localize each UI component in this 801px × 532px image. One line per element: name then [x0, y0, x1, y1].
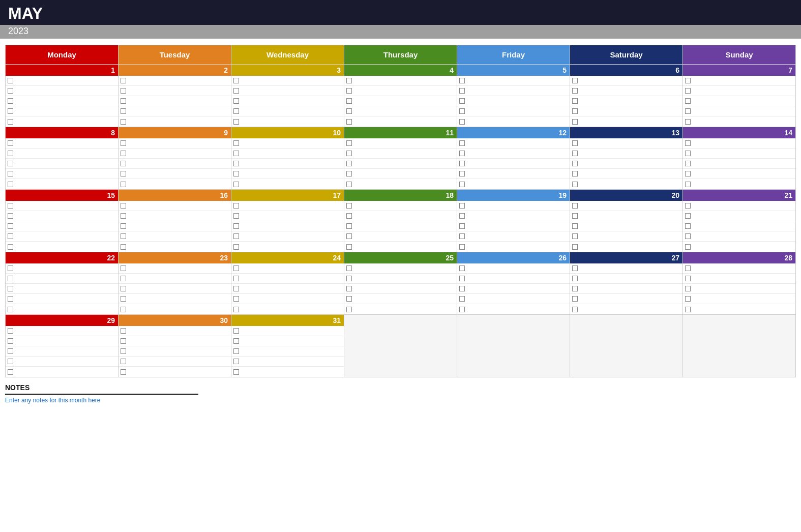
task-checkbox[interactable]: [572, 276, 578, 281]
task-checkbox[interactable]: [121, 328, 126, 334]
task-checkbox[interactable]: [346, 296, 352, 302]
task-row[interactable]: [570, 231, 683, 242]
task-row[interactable]: [231, 231, 344, 242]
task-checkbox[interactable]: [233, 223, 239, 229]
task-checkbox[interactable]: [685, 286, 691, 291]
task-checkbox[interactable]: [459, 182, 465, 187]
task-checkbox[interactable]: [8, 307, 13, 312]
task-row[interactable]: [118, 263, 231, 274]
task-row[interactable]: [118, 106, 231, 116]
task-row[interactable]: [683, 294, 795, 304]
task-row[interactable]: [231, 138, 344, 149]
task-checkbox[interactable]: [121, 151, 126, 156]
task-checkbox[interactable]: [121, 171, 126, 176]
task-row[interactable]: [683, 284, 795, 294]
task-checkbox[interactable]: [8, 286, 13, 291]
task-row[interactable]: [6, 336, 118, 346]
task-row[interactable]: [231, 106, 344, 116]
task-checkbox[interactable]: [233, 151, 239, 156]
task-row[interactable]: [344, 159, 457, 169]
task-row[interactable]: [118, 96, 231, 106]
task-row[interactable]: [118, 326, 231, 336]
task-checkbox[interactable]: [346, 108, 352, 114]
task-checkbox[interactable]: [121, 348, 126, 354]
task-checkbox[interactable]: [233, 307, 239, 312]
task-row[interactable]: [118, 221, 231, 231]
task-checkbox[interactable]: [685, 88, 691, 94]
task-checkbox[interactable]: [121, 276, 126, 281]
task-checkbox[interactable]: [459, 88, 465, 94]
task-checkbox[interactable]: [121, 369, 126, 375]
task-row[interactable]: [231, 336, 344, 346]
task-checkbox[interactable]: [8, 78, 13, 83]
task-checkbox[interactable]: [685, 119, 691, 125]
task-row[interactable]: [457, 201, 570, 211]
task-checkbox[interactable]: [121, 286, 126, 291]
task-row[interactable]: [570, 304, 683, 314]
task-checkbox[interactable]: [685, 151, 691, 156]
task-row[interactable]: [6, 326, 118, 336]
task-checkbox[interactable]: [121, 223, 126, 229]
task-row[interactable]: [344, 169, 457, 179]
task-row[interactable]: [118, 336, 231, 346]
task-row[interactable]: [457, 274, 570, 284]
task-row[interactable]: [118, 304, 231, 314]
task-checkbox[interactable]: [8, 348, 13, 354]
task-row[interactable]: [6, 221, 118, 231]
task-checkbox[interactable]: [233, 265, 239, 271]
task-checkbox[interactable]: [233, 171, 239, 176]
task-checkbox[interactable]: [121, 98, 126, 104]
task-checkbox[interactable]: [685, 108, 691, 114]
task-row[interactable]: [457, 138, 570, 149]
task-row[interactable]: [344, 96, 457, 106]
task-row[interactable]: [231, 116, 344, 127]
task-checkbox[interactable]: [233, 296, 239, 302]
task-checkbox[interactable]: [572, 119, 578, 125]
task-row[interactable]: [231, 274, 344, 284]
task-row[interactable]: [118, 116, 231, 127]
task-checkbox[interactable]: [572, 98, 578, 104]
task-row[interactable]: [6, 169, 118, 179]
task-row[interactable]: [344, 201, 457, 211]
task-checkbox[interactable]: [685, 233, 691, 239]
task-row[interactable]: [570, 221, 683, 231]
task-row[interactable]: [6, 86, 118, 96]
task-checkbox[interactable]: [233, 88, 239, 94]
task-row[interactable]: [344, 284, 457, 294]
task-row[interactable]: [570, 138, 683, 149]
task-row[interactable]: [457, 169, 570, 179]
task-row[interactable]: [344, 86, 457, 96]
task-checkbox[interactable]: [572, 286, 578, 291]
task-checkbox[interactable]: [8, 213, 13, 219]
task-checkbox[interactable]: [346, 203, 352, 209]
task-row[interactable]: [457, 211, 570, 221]
task-row[interactable]: [683, 263, 795, 274]
task-checkbox[interactable]: [121, 265, 126, 271]
task-row[interactable]: [457, 96, 570, 106]
task-row[interactable]: [118, 138, 231, 149]
task-checkbox[interactable]: [346, 244, 352, 250]
task-checkbox[interactable]: [233, 276, 239, 281]
task-row[interactable]: [6, 179, 118, 189]
task-row[interactable]: [683, 304, 795, 314]
task-checkbox[interactable]: [8, 108, 13, 114]
task-checkbox[interactable]: [459, 265, 465, 271]
task-row[interactable]: [6, 201, 118, 211]
task-checkbox[interactable]: [121, 244, 126, 250]
task-checkbox[interactable]: [8, 338, 13, 344]
task-checkbox[interactable]: [121, 140, 126, 146]
task-row[interactable]: [683, 159, 795, 169]
task-row[interactable]: [683, 106, 795, 116]
task-row[interactable]: [457, 86, 570, 96]
task-row[interactable]: [457, 263, 570, 274]
task-row[interactable]: [683, 179, 795, 189]
task-row[interactable]: [118, 201, 231, 211]
task-checkbox[interactable]: [572, 213, 578, 219]
task-row[interactable]: [344, 263, 457, 274]
task-checkbox[interactable]: [8, 359, 13, 364]
task-checkbox[interactable]: [233, 233, 239, 239]
task-checkbox[interactable]: [121, 307, 126, 312]
task-checkbox[interactable]: [346, 98, 352, 104]
task-checkbox[interactable]: [572, 151, 578, 156]
task-checkbox[interactable]: [233, 348, 239, 354]
